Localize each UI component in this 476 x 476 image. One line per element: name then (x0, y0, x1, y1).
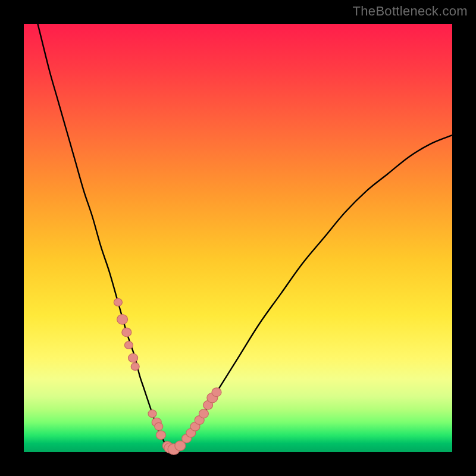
plot-area (24, 24, 452, 452)
marker-dot (131, 363, 139, 371)
marker-group (114, 299, 221, 455)
marker-dot (212, 388, 221, 397)
marker-dot (148, 410, 156, 418)
marker-dot (199, 409, 208, 418)
marker-dot (122, 328, 131, 337)
marker-dot (124, 342, 133, 349)
curve-svg (24, 24, 452, 452)
marker-dot (156, 431, 165, 440)
watermark-text: TheBottleneck.com (353, 4, 468, 19)
marker-dot (114, 299, 122, 306)
bottleneck-curve (32, 2, 452, 450)
marker-dot (129, 353, 138, 362)
marker-dot (117, 315, 128, 325)
marker-dot (155, 422, 163, 430)
chart-frame: TheBottleneck.com (0, 0, 476, 476)
